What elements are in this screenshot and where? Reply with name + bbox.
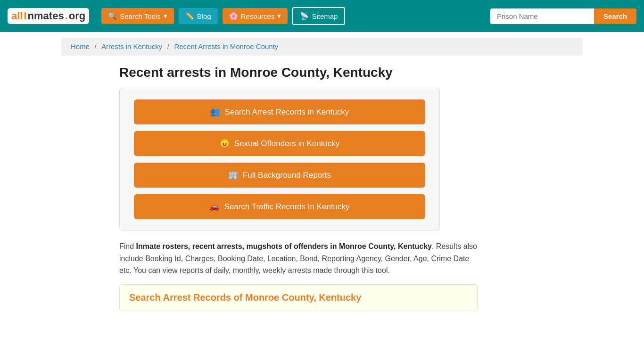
breadcrumb-recent-arrests[interactable]: Recent Arrests in Monroe County: [174, 42, 278, 50]
bg-icon: 🏢: [228, 170, 238, 180]
search-arrest-records-button[interactable]: 👥 Search Arrest Records in Kentucky: [134, 99, 425, 124]
description-text: Find Inmate rosters, recent arrests, mug…: [119, 240, 478, 277]
users-icon: 👥: [210, 107, 220, 117]
action-buttons-card: 👥 Search Arrest Records in Kentucky 😠 Se…: [119, 88, 440, 231]
sitemap-button[interactable]: 📡 Sitemap: [292, 7, 345, 25]
prison-search-input[interactable]: [490, 8, 594, 24]
logo-all-text: all: [11, 10, 23, 22]
header-search: Search: [490, 8, 636, 24]
traffic-records-button[interactable]: 🚗 Search Traffic Records In Kentucky: [134, 194, 425, 219]
full-background-reports-button[interactable]: 🏢 Full Background Reports: [134, 163, 425, 188]
page-title: Recent arrests in Monroe County, Kentuck…: [119, 65, 525, 80]
description-bold: Inmate rosters, recent arrests, mugshots…: [136, 242, 432, 250]
car-icon: 🚗: [209, 202, 219, 212]
search-button-label: Search: [603, 12, 627, 20]
description-prefix: Find: [119, 242, 136, 250]
search-tools-button[interactable]: 🔍 Search Tools: [101, 8, 173, 24]
search-tools-label: Search Tools: [120, 12, 160, 20]
full-bg-label: Full Background Reports: [243, 171, 331, 180]
search-section-title: Search Arrest Records of Monroe County, …: [129, 292, 468, 303]
sitemap-label: Sitemap: [312, 12, 338, 20]
logo[interactable]: all I nmates . org: [8, 8, 89, 24]
search-section-box: Search Arrest Records of Monroe County, …: [119, 284, 478, 311]
offender-icon: 😠: [220, 139, 230, 148]
sexual-offenders-label: Sexual Offenders in Kentucky: [234, 139, 340, 148]
logo-nmates-text: nmates: [28, 10, 64, 22]
logo-org-text: org: [69, 10, 85, 22]
resources-button[interactable]: 🌸 Resources: [223, 8, 288, 24]
breadcrumb: Home / Arrests in Kentucky / Recent Arre…: [61, 38, 583, 56]
breadcrumb-home[interactable]: Home: [71, 42, 90, 50]
sitemap-icon: 📡: [300, 12, 309, 20]
breadcrumb-sep-2: /: [167, 42, 169, 50]
traffic-records-label: Search Traffic Records In Kentucky: [224, 202, 349, 212]
prison-search-button[interactable]: Search: [594, 8, 636, 24]
resources-label: Resources: [241, 12, 275, 20]
header: all I nmates . org 🔍 Search Tools ✏️ Blo…: [0, 0, 644, 32]
blog-button[interactable]: ✏️ Blog: [179, 8, 218, 24]
blog-label: Blog: [197, 12, 211, 20]
search-icon: 🔍: [108, 12, 117, 20]
breadcrumb-sep-1: /: [94, 42, 96, 50]
search-arrest-label: Search Arrest Records in Kentucky: [225, 107, 349, 117]
breadcrumb-arrests-ky[interactable]: Arrests in Kentucky: [101, 42, 162, 50]
blog-icon: ✏️: [185, 12, 194, 20]
sexual-offenders-button[interactable]: 😠 Sexual Offenders in Kentucky: [134, 131, 425, 156]
logo-dot: .: [65, 10, 68, 22]
logo-i-icon: I: [24, 10, 26, 22]
main-content: Recent arrests in Monroe County, Kentuck…: [110, 65, 534, 311]
resources-icon: 🌸: [229, 12, 238, 20]
